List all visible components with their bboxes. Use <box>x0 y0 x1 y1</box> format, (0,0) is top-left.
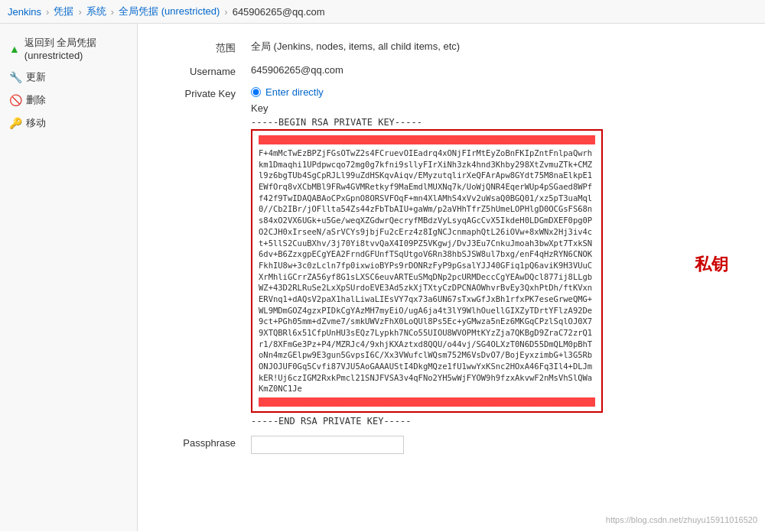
sidebar: ▲ 返回到 全局凭据 (unrestricted) 🔧 更新 🚫 删除 🔑 移动 <box>0 24 138 531</box>
sidebar-item-move[interactable]: 🔑 移动 <box>0 112 137 135</box>
breadcrumb-credentials[interactable]: 凭据 <box>54 5 73 18</box>
key-last-redacted: ████████████████████████████████████████… <box>259 397 595 407</box>
key-first-redacted: ████████████████████████████████████████… <box>259 135 595 144</box>
breadcrumb-current: 645906265@qq.com <box>233 6 325 18</box>
enter-directly-label: Enter directly <box>265 86 324 98</box>
sidebar-item-update[interactable]: 🔧 更新 <box>0 66 137 89</box>
breadcrumb-jenkins[interactable]: Jenkins <box>8 6 41 18</box>
sidebar-delete-label: 删除 <box>26 93 46 107</box>
enter-directly-radio[interactable] <box>251 87 261 97</box>
breadcrumb-sep-1: › <box>46 6 49 18</box>
update-icon: 🔧 <box>9 71 21 83</box>
scope-value: 全局 (Jenkins, nodes, items, all child ite… <box>245 35 750 60</box>
breadcrumb-sep-3: › <box>111 6 114 18</box>
sidebar-back-label: 返回到 全局凭据 (unrestricted) <box>24 36 128 61</box>
passphrase-row: Passphrase <box>153 431 750 459</box>
sidebar-item-delete[interactable]: 🚫 删除 <box>0 89 137 112</box>
sidebar-move-label: 移动 <box>26 116 46 130</box>
move-icon: 🔑 <box>9 117 21 129</box>
enter-directly-row: Enter directly <box>251 86 744 98</box>
breadcrumb-system[interactable]: 系统 <box>86 5 106 18</box>
key-content-box: ████████████████████████████████████████… <box>251 129 603 413</box>
key-label-text: Key <box>251 102 603 114</box>
key-left-section: Key -----BEGIN RSA PRIVATE KEY----- ████… <box>251 102 603 427</box>
watermark: https://blog.csdn.net/zhuyu15911016520 <box>606 515 757 524</box>
private-key-value-cell: Enter directly Key -----BEGIN RSA PRIVAT… <box>245 82 750 431</box>
breadcrumb-global-credentials[interactable]: 全局凭据 (unrestricted) <box>119 5 220 18</box>
private-key-row: Private Key Enter directly Key -----BEGI… <box>153 82 750 431</box>
passphrase-input[interactable] <box>251 436 404 454</box>
username-label: Username <box>153 60 245 82</box>
username-value: 645906265@qq.com <box>245 60 750 82</box>
key-sub-row: Key -----BEGIN RSA PRIVATE KEY----- ████… <box>251 102 744 427</box>
scope-row: 范围 全局 (Jenkins, nodes, items, all child … <box>153 35 750 60</box>
sidebar-update-label: 更新 <box>26 70 46 84</box>
key-begin: -----BEGIN RSA PRIVATE KEY----- <box>251 117 603 128</box>
key-end: -----END RSA PRIVATE KEY----- <box>251 416 603 427</box>
breadcrumb: Jenkins › 凭据 › 系统 › 全局凭据 (unrestricted) … <box>0 0 765 24</box>
breadcrumb-sep-4: › <box>224 6 227 18</box>
username-row: Username 645906265@qq.com <box>153 60 750 82</box>
passphrase-value-cell <box>245 431 750 459</box>
username-text: 645906265@qq.com <box>251 64 343 76</box>
passphrase-label: Passphrase <box>153 431 245 459</box>
back-icon: ▲ <box>9 43 20 55</box>
scope-label: 范围 <box>153 35 245 60</box>
form-table: 范围 全局 (Jenkins, nodes, items, all child … <box>153 35 750 459</box>
key-text-content: F+4mMcTwEzBPZjFGsOTwZ2s4FCruevOIEadrq4xO… <box>259 148 595 394</box>
breadcrumb-sep-2: › <box>78 6 81 18</box>
delete-icon: 🚫 <box>9 94 21 106</box>
scope-text: 全局 (Jenkins, nodes, items, all child ite… <box>251 41 460 52</box>
private-key-label: Private Key <box>153 82 245 431</box>
private-key-cn-label: 私钥 <box>695 253 728 276</box>
sidebar-item-back[interactable]: ▲ 返回到 全局凭据 (unrestricted) <box>0 31 137 66</box>
content-area: 范围 全局 (Jenkins, nodes, items, all child … <box>138 24 765 531</box>
